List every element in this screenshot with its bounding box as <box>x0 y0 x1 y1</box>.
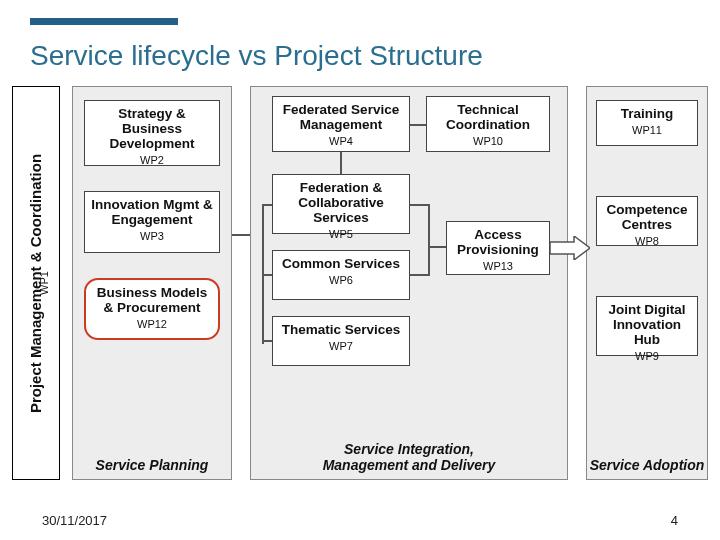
connector-line <box>340 152 342 174</box>
box-wp5: Federation & Collaborative Services WP5 <box>272 174 410 234</box>
connector-line <box>410 204 430 206</box>
box-wp3-name: Innovation Mgmt & Engagement <box>91 197 213 227</box>
box-wp4-code: WP4 <box>279 135 403 147</box>
box-wp6-name: Common Services <box>279 256 403 271</box>
box-wp6: Common Services WP6 <box>272 250 410 300</box>
box-wp5-name: Federation & Collaborative Services <box>279 180 403 225</box>
box-wp10: Technical Coordination WP10 <box>426 96 550 152</box>
connector-line <box>428 204 430 276</box>
slide: Service lifecycle vs Project Structure P… <box>0 0 720 540</box>
box-wp11-name: Training <box>603 106 691 121</box>
box-wp12-name: Business Models & Procurement <box>92 285 212 315</box>
connector-line <box>262 274 272 276</box>
box-wp10-name: Technical Coordination <box>433 102 543 132</box>
diagram: Project Management & Coordination WP1 Se… <box>12 86 708 498</box>
box-wp7-name: Thematic Services <box>279 322 403 337</box>
accent-bar <box>30 18 178 25</box>
box-wp9-code: WP9 <box>603 350 691 362</box>
box-wp5-code: WP5 <box>279 228 403 240</box>
box-wp12-code: WP12 <box>92 318 212 330</box>
box-wp8-code: WP8 <box>603 235 691 247</box>
box-wp3-code: WP3 <box>91 230 213 242</box>
connector-line <box>410 274 430 276</box>
svg-marker-0 <box>550 236 590 260</box>
box-wp11-code: WP11 <box>603 124 691 136</box>
phase-planning-label: Service Planning <box>73 457 231 473</box>
box-wp13: Access Provisioning WP13 <box>446 221 550 275</box>
box-wp7: Thematic Services WP7 <box>272 316 410 366</box>
phase-adoption-label: Service Adoption <box>587 457 707 473</box>
connector-line <box>428 246 446 248</box>
box-wp11: Training WP11 <box>596 100 698 146</box>
box-wp8-name: Competence Centres <box>603 202 691 232</box>
box-wp2-code: WP2 <box>91 154 213 166</box>
box-wp7-code: WP7 <box>279 340 403 352</box>
arrow-right-icon <box>550 236 590 260</box>
box-wp4: Federated Service Management WP4 <box>272 96 410 152</box>
connector-line <box>232 234 250 236</box>
wp1-code: WP1 <box>38 271 50 295</box>
box-wp9-name: Joint Digital Innovation Hub <box>603 302 691 347</box>
box-wp2: Strategy & Business Development WP2 <box>84 100 220 166</box>
connector-line <box>262 340 272 342</box>
box-wp10-code: WP10 <box>433 135 543 147</box>
footer-page-number: 4 <box>671 513 678 528</box>
box-wp2-name: Strategy & Business Development <box>91 106 213 151</box>
box-wp13-code: WP13 <box>453 260 543 272</box>
box-wp13-name: Access Provisioning <box>453 227 543 257</box>
phase-integration-label: Service Integration, Management and Deli… <box>251 441 567 473</box>
connector-line <box>410 124 426 126</box>
box-wp3: Innovation Mgmt & Engagement WP3 <box>84 191 220 253</box>
connector-line <box>262 204 272 206</box>
box-wp4-name: Federated Service Management <box>279 102 403 132</box>
slide-title: Service lifecycle vs Project Structure <box>30 40 483 72</box>
box-wp8: Competence Centres WP8 <box>596 196 698 246</box>
footer-date: 30/11/2017 <box>42 513 107 528</box>
box-wp12: Business Models & Procurement WP12 <box>84 278 220 340</box>
box-wp6-code: WP6 <box>279 274 403 286</box>
wp1-column: Project Management & Coordination WP1 <box>12 86 60 480</box>
box-wp9: Joint Digital Innovation Hub WP9 <box>596 296 698 356</box>
